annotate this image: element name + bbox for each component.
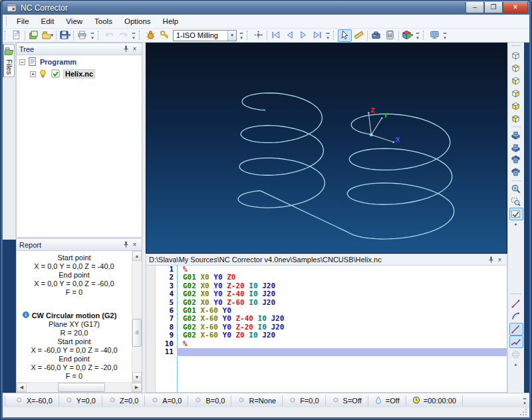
menu-view[interactable]: View [60,16,88,27]
scroll-right-arrow[interactable]: ▶ [132,383,142,392]
monitor-button[interactable] [428,29,442,42]
toolbar-overflow-button[interactable]: ••▾ [89,31,96,40]
code-line[interactable]: 9G02 X-60 Y0 Z0 I0 J20 [146,331,507,339]
scroll-down-arrow[interactable]: ▼ [132,372,142,382]
close-icon[interactable]: × [130,240,139,249]
tree-item-helix[interactable]: + Helix.nc [17,67,142,79]
view-cube-left-button[interactable] [509,100,523,112]
line-number: 3 [156,282,177,290]
status-item-f00: F=0,0 [283,395,325,406]
title-bar[interactable]: NC Corrector – ❐ × [3,1,529,15]
bug-button[interactable] [144,29,158,42]
expand-icon[interactable]: + [30,71,36,77]
new-file-button[interactable] [9,29,23,42]
chevron-down-icon[interactable]: ▾ [411,33,414,38]
nav-next-button[interactable] [297,29,311,42]
toolbar-overflow-button[interactable]: ••▾ [442,31,448,40]
toolbar-overflow-button[interactable]: ••▾ [130,31,137,40]
scroll-thumb[interactable] [58,383,105,392]
chevron-down-icon[interactable]: ▾ [227,31,236,41]
view-cube-bottom-button[interactable] [509,112,523,125]
toolbar-overflow-button[interactable]: ••▾ [414,31,421,40]
undo-button[interactable] [102,29,116,42]
view-iso-4-button[interactable] [509,166,523,179]
surface-mode-button[interactable] [509,348,523,361]
led-icon [65,396,74,405]
menu-file[interactable]: File [11,16,35,27]
machine-select-combo[interactable]: 1-ISO Milling▾ [173,30,237,41]
minimize-button[interactable]: – [466,2,484,13]
nav-prev-button[interactable] [283,29,297,42]
view-cube-front-button[interactable] [509,75,523,87]
files-tab[interactable]: Files [3,44,15,77]
editor-title-bar[interactable]: D:\Slava\My Sources\NC Corrector v4.0nev… [146,254,507,266]
open-files-button[interactable] [27,29,41,42]
close-button[interactable]: × [503,2,528,13]
scroll-up-arrow[interactable]: ▲ [132,251,142,261]
menu-edit[interactable]: Edit [35,16,61,27]
gcode-editor[interactable]: 1%2G01 X0 Y0 Z03G02 X0 Y0 Z-20 I0 J204G0… [146,266,507,393]
collapse-icon[interactable]: − [19,59,25,65]
grid-cross-button[interactable] [251,29,265,42]
close-icon[interactable]: × [495,256,504,264]
menu-bar: FileEditViewToolsOptionsHelp [3,15,529,29]
restore-button[interactable]: ❐ [484,2,503,13]
key-button[interactable] [158,29,172,42]
save-button[interactable]: ▾ [58,29,72,42]
nav-first-icon [271,30,281,41]
open-folder-button[interactable]: ▾ [41,29,55,42]
view-iso-2-button[interactable] [509,141,523,154]
chevron-down-icon[interactable]: ▾ [51,33,54,38]
menu-help[interactable]: Help [157,16,185,27]
toolbar-grip [423,31,426,40]
calculator-button[interactable] [383,29,397,42]
status-item-b00: B=0,0 [188,395,231,406]
chevron-down-icon[interactable]: ▾ [68,33,71,38]
code-line[interactable]: 11 [146,348,507,356]
distance-tool-button[interactable] [509,298,523,310]
arc-tool-button[interactable] [509,310,523,323]
toolbar-overflow-button[interactable]: ▸ [515,222,517,227]
view-cube-right-button[interactable] [509,87,523,100]
redo-button[interactable] [116,29,130,42]
cube-color-button[interactable]: ▾ [400,29,414,42]
cursor-button[interactable] [338,29,352,42]
view-iso-1-button[interactable] [509,128,523,141]
view-cube-iso-button[interactable] [509,49,523,62]
report-horizontal-scrollbar[interactable]: ◀ ▶ [17,382,142,392]
print-button[interactable] [75,29,89,42]
toolbar-grip [247,31,249,40]
scroll-left-arrow[interactable]: ◀ [17,383,27,392]
view-iso-3-button[interactable] [509,154,523,166]
menu-options[interactable]: Options [118,16,157,27]
view-iso-3-icon [511,155,521,166]
3d-viewport[interactable]: ZYX [146,43,507,254]
close-icon[interactable]: × [130,45,139,53]
droplet-icon [374,396,383,405]
line-number: 9 [156,331,177,339]
toolbox-button[interactable] [369,29,383,42]
resize-grip[interactable] [520,409,528,417]
polyline-mode-button[interactable] [509,335,523,348]
statusbar-overflow-button[interactable]: ••▾ [520,396,529,405]
zoom-window-tool-button[interactable] [509,195,523,208]
view-cube-top-button[interactable] [509,62,523,75]
pin-icon[interactable] [122,240,130,249]
scroll-thumb[interactable]: ☰ [132,319,142,347]
menu-tools[interactable]: Tools [88,16,118,27]
toolbar-overflow-button[interactable]: ••▾ [238,31,245,40]
line-mode-button[interactable] [509,323,523,335]
measure-tool-button[interactable] [509,208,523,220]
nav-first-button[interactable] [269,29,283,42]
pin-icon[interactable] [122,45,130,53]
tree-item-programm[interactable]: − Programm [17,55,142,67]
toolbar-overflow-button[interactable]: ••▾ [325,31,331,40]
report-line: F = 0 [17,372,132,381]
report-vertical-scrollbar[interactable]: ▲ ☰ ▼ [132,251,142,382]
toolbar-overflow-button[interactable]: ▸ [515,362,517,367]
code-line[interactable]: 10% [146,340,507,348]
pin-icon[interactable] [487,256,495,264]
ruler-button[interactable] [352,29,366,42]
zoom-tool-button[interactable] [509,182,523,195]
nav-last-button[interactable] [311,29,325,42]
